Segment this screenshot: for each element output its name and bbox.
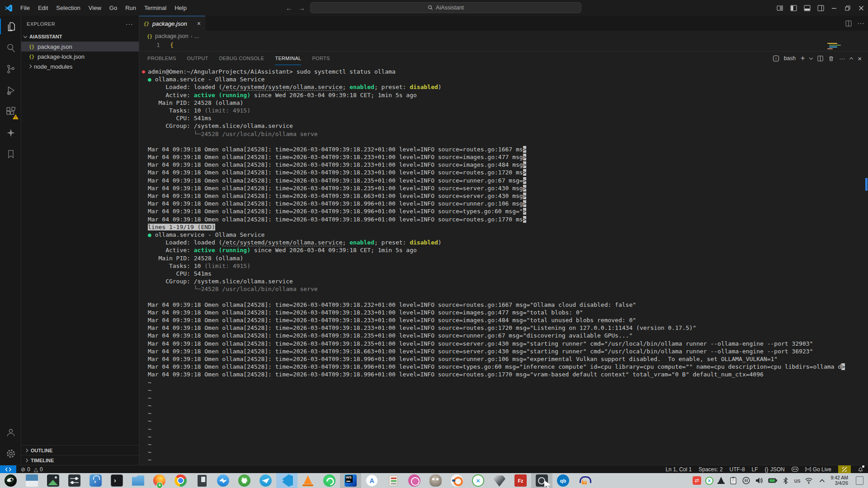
terminal-output[interactable]: ●admin@Omen:~/AngularProjects/AiAssistan… [139, 65, 862, 465]
menu-edit[interactable]: Edit [34, 0, 52, 16]
copilot-sparkle-icon[interactable] [0, 122, 21, 143]
taskbar-settings-sliders-icon[interactable] [64, 473, 85, 488]
minimap[interactable] [827, 42, 844, 51]
wifi-icon[interactable] [804, 476, 813, 485]
go-live-button[interactable]: Go Live [805, 466, 831, 473]
menu-run[interactable]: Run [121, 0, 140, 16]
source-control-icon[interactable] [0, 58, 21, 80]
taskbar-firefox-icon[interactable] [149, 473, 170, 488]
toggle-sidebar-icon[interactable] [787, 0, 800, 16]
explorer-more-actions-icon[interactable]: ··· [126, 20, 133, 28]
indentation[interactable]: Spaces: 2 [698, 466, 722, 473]
tab-close-icon[interactable]: × [197, 20, 201, 27]
x-circle-tray-icon[interactable]: × [705, 477, 713, 485]
toggle-secondary-sidebar-icon[interactable] [814, 0, 827, 16]
taskbar-webstorm-icon[interactable]: WS [340, 473, 361, 488]
menu-help[interactable]: Help [170, 0, 191, 16]
keyboard-layout-label[interactable]: us [794, 477, 801, 484]
taskbar-photos-icon[interactable] [42, 473, 64, 488]
taskbar-document-viewer-icon[interactable] [191, 473, 212, 488]
taskbar-vlc-icon[interactable] [297, 473, 319, 488]
battery-icon[interactable] [768, 476, 777, 485]
settings-gear-icon[interactable] [0, 443, 21, 464]
workspace-section-header[interactable]: AIASSISTANT [21, 32, 139, 42]
taskbar-konsole-icon[interactable] [106, 473, 127, 488]
panel-tab-debug-console[interactable]: DEBUG CONSOLE [219, 52, 264, 65]
taskbar-whatsapp-icon[interactable] [319, 473, 340, 488]
notifications-bell-icon[interactable] [858, 466, 863, 472]
show-desktop-button[interactable] [856, 476, 863, 485]
taskbar-filezilla-icon[interactable]: Fz [510, 473, 531, 488]
taskbar-telegram-icon[interactable] [255, 473, 276, 488]
eol-sequence[interactable]: LF [752, 466, 758, 473]
outline-section[interactable]: OUTLINE [21, 445, 139, 455]
problems-status[interactable]: ⊘ 0 △ 0 [21, 466, 43, 473]
menu-view[interactable]: View [85, 0, 105, 16]
run-debug-icon[interactable] [0, 80, 21, 101]
account-icon[interactable] [0, 422, 21, 443]
volume-icon[interactable] [755, 476, 764, 485]
restore-icon[interactable] [841, 0, 854, 16]
maximize-panel-icon[interactable] [849, 57, 853, 61]
panel-tab-output[interactable]: OUTPUT [187, 52, 208, 65]
close-panel-icon[interactable]: × [858, 55, 862, 62]
copilot-status-icon[interactable] [792, 467, 798, 472]
taskbar-gem-app-icon[interactable] [489, 473, 510, 488]
taskbar-green-animal-icon[interactable] [234, 473, 255, 488]
sidebar-item-package-lock-json[interactable]: {}package-lock.json [21, 52, 139, 61]
menu-file[interactable]: File [16, 0, 34, 16]
screencast-off-badge[interactable] [838, 465, 851, 474]
taskbar-blender-icon[interactable] [446, 473, 467, 488]
more-actions-icon[interactable]: ··· [839, 55, 845, 62]
breadcrumb-file[interactable]: package.json [155, 33, 189, 39]
nav-forward-icon[interactable]: → [298, 0, 305, 16]
cursor-position[interactable]: Ln 1, Col 1 [665, 466, 692, 473]
sidebar-item-package-json[interactable]: {}package.json [21, 42, 139, 52]
taskbar-package-manager-icon[interactable] [382, 473, 404, 488]
taskbar-kde-window-icon[interactable] [21, 473, 42, 488]
nav-back-icon[interactable]: ← [286, 0, 292, 16]
menu-selection[interactable]: Selection [52, 0, 84, 16]
timeline-section[interactable]: TIMELINE [21, 455, 139, 465]
taskbar-gimp-icon[interactable] [425, 473, 446, 488]
chevron-up-icon[interactable] [817, 476, 826, 485]
taskbar-opensuse-icon[interactable] [0, 473, 21, 488]
red-sync-icon[interactable]: ⇄ [693, 476, 701, 485]
editor-more-actions-icon[interactable]: ··· [857, 19, 864, 28]
taskbar-chrome-icon[interactable] [170, 473, 191, 488]
taskbar-audacity-icon[interactable] [574, 473, 595, 488]
language-mode[interactable]: {} JSON [765, 466, 785, 473]
code-area[interactable]: 1 { [139, 42, 868, 51]
vlc-tray-icon[interactable] [717, 477, 725, 485]
explorer-icon[interactable] [0, 16, 21, 37]
taskbar-quickbooks-icon[interactable]: qb [552, 473, 574, 488]
terminal-dropdown-icon[interactable] [809, 56, 813, 59]
bluetooth-icon[interactable] [781, 476, 790, 485]
extensions-icon[interactable]: ! [0, 101, 21, 122]
customize-layout-icon[interactable] [773, 0, 787, 16]
split-terminal-icon[interactable] [817, 56, 823, 61]
remote-indicator[interactable] [0, 465, 16, 473]
minimize-icon[interactable] [827, 0, 841, 16]
menu-go[interactable]: Go [105, 0, 121, 16]
tab-package-json[interactable]: {} package.json × [139, 16, 205, 31]
pause-icon[interactable] [742, 476, 751, 485]
close-icon[interactable] [854, 0, 868, 16]
kill-terminal-icon[interactable] [828, 56, 834, 61]
menu-terminal[interactable]: Terminal [140, 0, 170, 16]
breadcrumb-symbol[interactable]: ... [194, 33, 199, 39]
panel-tab-terminal[interactable]: TERMINAL [275, 52, 301, 65]
bookmark-icon[interactable] [0, 143, 21, 164]
taskbar-pink-photo-icon[interactable] [404, 473, 425, 488]
shell-label[interactable]: bash [784, 55, 796, 61]
encoding[interactable]: UTF-8 [730, 466, 745, 473]
scrollbar-thumb[interactable] [865, 178, 868, 191]
clock[interactable]: 9:42 AM 3/4/26 [830, 475, 848, 486]
split-editor-icon[interactable] [845, 20, 852, 27]
taskbar-a-app-icon[interactable]: A [361, 473, 382, 488]
taskbar-screenshot-tool-icon[interactable] [531, 473, 552, 488]
taskbar-bird-app-icon[interactable] [212, 473, 234, 488]
toggle-panel-icon[interactable] [800, 0, 814, 16]
new-terminal-icon[interactable]: + [801, 54, 805, 62]
sidebar-item-node-modules[interactable]: node_modules [21, 61, 139, 71]
